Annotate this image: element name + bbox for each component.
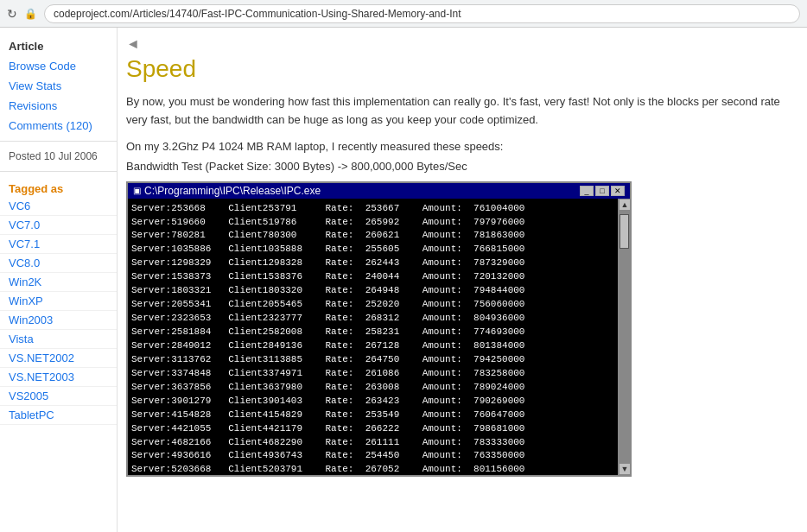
console-app-icon: ▣	[133, 186, 141, 195]
console-line: Server:5203668 Client5203791 Rate: 26705…	[131, 463, 614, 474]
url-input[interactable]	[44, 4, 800, 23]
console-line: Server:2055341 Client2055465 Rate: 25202…	[131, 298, 614, 312]
scrollbar-up-button[interactable]: ▲	[619, 199, 631, 211]
sidebar-item-comments[interactable]: Comments (120)	[0, 116, 117, 136]
sidebar-tag-vsnet2002[interactable]: VS.NET2002	[0, 349, 117, 368]
sidebar-tag-win2k[interactable]: Win2K	[0, 273, 117, 292]
page-title: Speed	[126, 55, 790, 83]
console-line: Server:4936616 Client4936743 Rate: 25445…	[131, 449, 614, 463]
sidebar-tag-vc70[interactable]: VC7.0	[0, 216, 117, 235]
intro-paragraph: By now, you must be wondering how fast t…	[126, 93, 790, 130]
sidebar-tag-vc71[interactable]: VC7.1	[0, 235, 117, 254]
sidebar-item-browse-code[interactable]: Browse Code	[0, 56, 117, 76]
sidebar-tag-winxp[interactable]: WinXP	[0, 292, 117, 311]
sidebar-item-view-stats[interactable]: View Stats	[0, 76, 117, 96]
console-scrollbar[interactable]: ▲ ▼	[618, 199, 630, 475]
console-restore-button[interactable]: □	[595, 186, 609, 196]
bandwidth-label: Bandwidth Test (Packet Size: 3000 Bytes)…	[126, 160, 790, 173]
console-line: Server:3113762 Client3113885 Rate: 26475…	[131, 353, 614, 367]
console-line: Server:4154828 Client4154829 Rate: 25354…	[131, 408, 614, 422]
console-output: Server:253668 Client253791 Rate: 253667 …	[128, 199, 630, 475]
console-line: Server:4682166 Client4682290 Rate: 26111…	[131, 436, 614, 450]
scrollbar-track	[619, 211, 630, 463]
console-line: Server:4421055 Client4421179 Rate: 26622…	[131, 422, 614, 436]
sidebar-article-title: Article	[0, 35, 117, 56]
layout: Article Browse Code View Stats Revisions…	[0, 28, 807, 532]
scrollbar-thumb[interactable]	[620, 214, 629, 249]
sidebar-tag-win2003[interactable]: Win2003	[0, 311, 117, 330]
console-line: Server:3637856 Client3637980 Rate: 26300…	[131, 381, 614, 395]
console-line: Server:3901279 Client3901403 Rate: 26342…	[131, 395, 614, 408]
console-close-button[interactable]: ✕	[611, 186, 625, 196]
sidebar-tagged-label: Tagged as	[0, 177, 117, 197]
console-titlebar: ▣ C:\Programming\IPC\Release\IPC.exe _ □…	[128, 183, 630, 199]
console-line: Server:1035886 Client1035888 Rate: 25560…	[131, 243, 614, 256]
console-line: Server:1298329 Client1298328 Rate: 26244…	[131, 256, 614, 270]
lock-icon: 🔒	[24, 8, 37, 20]
sidebar-tag-vc6[interactable]: VC6	[0, 197, 117, 216]
measured-line: On my 3.2Ghz P4 1024 MB RAM laptop, I re…	[126, 140, 790, 153]
console-line: Server:2581884 Client2582008 Rate: 25823…	[131, 326, 614, 339]
browser-bar: ↻ 🔒	[0, 0, 807, 28]
sidebar-posted-date: Posted 10 Jul 2006	[0, 147, 117, 166]
console-line: Server:780281 Client780300 Rate: 260621 …	[131, 229, 614, 243]
scrollbar-down-button[interactable]: ▼	[619, 463, 631, 475]
console-line: Server:2323653 Client2323777 Rate: 26831…	[131, 312, 614, 326]
sidebar-tag-vc80[interactable]: VC8.0	[0, 254, 117, 273]
sidebar-tag-vsnet2003[interactable]: VS.NET2003	[0, 368, 117, 387]
sidebar-tag-vista[interactable]: Vista	[0, 330, 117, 349]
console-line: Server:2849012 Client2849136 Rate: 26712…	[131, 339, 614, 353]
sidebar: Article Browse Code View Stats Revisions…	[0, 28, 118, 532]
console-line: Server:1803321 Client1803320 Rate: 26494…	[131, 284, 614, 298]
console-line: Server:253668 Client253791 Rate: 253667 …	[131, 202, 614, 216]
console-window: ▣ C:\Programming\IPC\Release\IPC.exe _ □…	[126, 181, 632, 477]
back-arrow-icon[interactable]: ◄	[126, 36, 140, 52]
refresh-icon[interactable]: ↻	[7, 7, 17, 21]
console-title-text: C:\Programming\IPC\Release\IPC.exe	[144, 185, 321, 197]
console-line: Server:3374848 Client3374971 Rate: 26108…	[131, 367, 614, 381]
console-minimize-button[interactable]: _	[580, 186, 594, 196]
sidebar-tag-tabletpc[interactable]: TabletPC	[0, 406, 117, 425]
sidebar-tag-vs2005[interactable]: VS2005	[0, 387, 117, 406]
console-line: Server:519660 Client519786 Rate: 265992 …	[131, 216, 614, 230]
console-line: Server:1538373 Client1538376 Rate: 24004…	[131, 270, 614, 284]
main-content: ◄ Speed By now, you must be wondering ho…	[118, 28, 807, 532]
sidebar-item-revisions[interactable]: Revisions	[0, 96, 117, 116]
